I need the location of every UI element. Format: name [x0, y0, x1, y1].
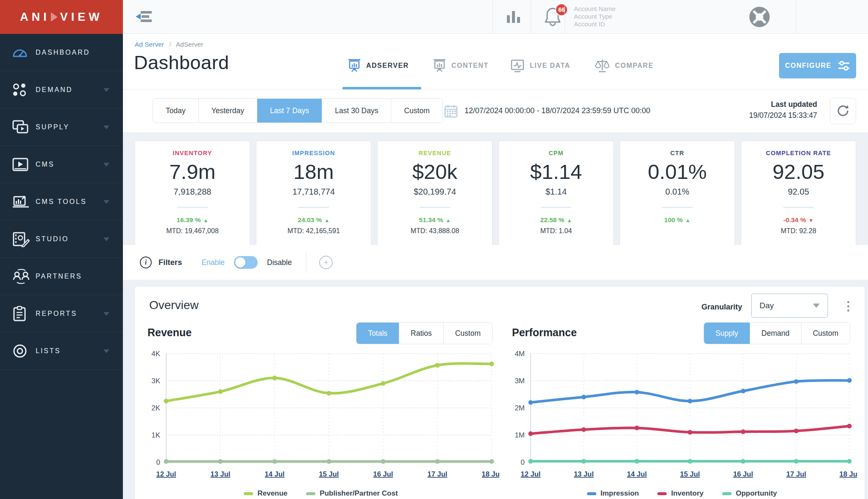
date-range-text[interactable]: 12/07/2024 00:00:00 - 18/07/2024 23:59:5… — [465, 106, 650, 115]
trend-up-icon: ▲ — [325, 217, 330, 223]
logo-text-pre: ANI — [20, 11, 50, 24]
topbar-divider — [796, 0, 796, 34]
svg-text:1M: 1M — [515, 431, 525, 439]
filters-bar: i Filters Enable Disable + — [123, 245, 868, 280]
kpi-subvalue: $20,199.74 — [378, 187, 492, 197]
board-chart-icon — [348, 59, 361, 73]
sidebar-item-cms[interactable]: CMS — [0, 146, 123, 183]
kpi-mtd: MTD: 42,165,591 — [256, 227, 371, 235]
svg-text:0: 0 — [156, 458, 160, 466]
preset-last-7-days[interactable]: Last 7 Days — [257, 99, 322, 123]
toggle-knob — [235, 257, 245, 268]
sidebar-item-studio[interactable]: STUDIO — [0, 220, 123, 258]
sidebar-nav: DASHBOARD DEMAND SUPPLY CMS CMS TOOLS ST — [0, 34, 123, 499]
breadcrumb-link[interactable]: Ad Server — [135, 41, 164, 48]
sidebar-item-cms-tools[interactable]: CMS TOOLS — [0, 183, 123, 220]
page-title: Dashboard — [134, 52, 229, 74]
granularity-select[interactable]: Day — [751, 293, 828, 318]
trend-up-icon: ▲ — [446, 217, 451, 223]
add-filter-button[interactable]: + — [319, 256, 333, 269]
svg-text:17 Jul: 17 Jul — [428, 470, 448, 478]
account-info[interactable]: Account Name Account Type Account ID — [574, 5, 615, 28]
legend-item[interactable]: Impression — [587, 489, 639, 498]
toggle-supply[interactable]: Supply — [704, 323, 750, 344]
kpi-divider — [298, 207, 329, 208]
monitor-pulse-icon — [510, 59, 525, 73]
toggle-custom[interactable]: Custom — [443, 323, 492, 344]
sidebar-item-partners[interactable]: PARTNERS — [0, 258, 123, 295]
filters-enable-label[interactable]: Enable — [202, 258, 225, 267]
tab-content[interactable]: CONTENT — [433, 59, 489, 73]
sidebar-item-reports[interactable]: REPORTS — [0, 295, 123, 332]
screens-icon — [12, 119, 36, 136]
sidebar-item-dashboard[interactable]: DASHBOARD — [0, 34, 123, 71]
kpi-mtd: MTD: 92.28 — [741, 227, 856, 235]
sidebar-item-supply[interactable]: SUPPLY — [0, 109, 123, 146]
chevron-down-icon — [103, 237, 109, 241]
svg-text:2K: 2K — [151, 404, 160, 412]
performance-line-chart[interactable]: 01M2M3M4M12 Jul13 Jul14 Jul15 Jul16 Jul1… — [507, 348, 857, 483]
tab-adserver[interactable]: ADSERVER — [348, 59, 409, 73]
configure-button[interactable]: CONFIGURE — [779, 53, 856, 78]
scales-icon — [595, 59, 610, 73]
chart-title: Revenue — [147, 326, 192, 339]
preset-today[interactable]: Today — [153, 99, 198, 123]
kpi-value: 92.05 — [741, 160, 856, 184]
help-lifering-icon[interactable] — [748, 6, 771, 30]
target-icon — [12, 343, 36, 360]
sidebar-item-lists[interactable]: LISTS — [0, 332, 123, 370]
clipboard-icon — [12, 305, 36, 322]
toggle-totals[interactable]: Totals — [356, 323, 399, 344]
info-icon: i — [140, 256, 152, 268]
performance-toggle-group: Supply Demand Custom — [704, 322, 850, 344]
sidebar-collapse-icon[interactable] — [136, 10, 153, 24]
notifications-bell-icon[interactable]: 66 — [543, 7, 562, 29]
kpi-change: 100 %▲ — [620, 216, 734, 224]
sidebar-item-demand[interactable]: DEMAND — [0, 71, 123, 109]
kpi-card-completion-rate: COMPLETION RATE 92.05 92.05 -0.34 %▼ MTD… — [741, 141, 856, 250]
date-range-bar: Today Yesterday Last 7 Days Last 30 Days… — [123, 89, 868, 132]
kpi-subvalue: 7,918,288 — [135, 187, 250, 197]
chart-legend: Revenue Publisher/Partner Cost — [142, 489, 499, 498]
svg-text:3K: 3K — [151, 377, 160, 385]
legend-item[interactable]: Revenue — [244, 489, 287, 498]
analytics-icon[interactable] — [505, 8, 522, 27]
topbar-divider — [492, 0, 493, 34]
filters-label: Filters — [159, 258, 182, 267]
calendar-icon[interactable] — [444, 104, 458, 118]
sidebar-item-label: CMS TOOLS — [36, 198, 87, 206]
breadcrumb-current: AdServer — [176, 41, 203, 48]
chart-title: Performance — [512, 326, 577, 339]
legend-marker — [722, 492, 732, 495]
toggle-custom[interactable]: Custom — [801, 323, 850, 344]
toggle-demand[interactable]: Demand — [750, 323, 801, 344]
overview-menu-kebab-icon[interactable] — [842, 297, 854, 315]
sidebar-item-label: CMS — [36, 161, 55, 168]
kpi-card-impression: IMPRESSION 18m 17,718,774 24.03 %▲ MTD: … — [256, 141, 371, 250]
legend-item[interactable]: Inventory — [657, 489, 704, 498]
kpi-change: 16.39 %▲ — [135, 216, 250, 224]
last-updated-label: Last updated — [749, 99, 817, 110]
tab-live-data[interactable]: LIVE DATA — [510, 59, 570, 73]
preset-custom[interactable]: Custom — [391, 99, 442, 123]
preset-yesterday[interactable]: Yesterday — [198, 99, 257, 123]
kpi-subvalue: 17,718,774 — [256, 187, 371, 197]
svg-text:14 Jul: 14 Jul — [265, 470, 285, 478]
filters-toggle[interactable] — [234, 256, 258, 269]
account-type: Account Type — [574, 13, 615, 20]
svg-text:18 Jul: 18 Jul — [482, 470, 499, 478]
kpi-card-ctr: CTR 0.01% 0.01% 100 %▲ — [620, 141, 735, 250]
kpi-title: COMPLETION RATE — [741, 150, 856, 156]
revenue-line-chart[interactable]: 01K2K3K4K12 Jul13 Jul14 Jul15 Jul16 Jul1… — [142, 348, 499, 483]
circles-icon — [12, 81, 36, 98]
legend-item[interactable]: Publisher/Partner Cost — [306, 489, 398, 498]
preset-last-30-days[interactable]: Last 30 Days — [322, 99, 391, 123]
toggle-ratios[interactable]: Ratios — [399, 323, 443, 344]
legend-item[interactable]: Opportunity — [722, 489, 777, 498]
filters-disable-label[interactable]: Disable — [267, 258, 292, 267]
kpi-title: REVENUE — [378, 150, 492, 156]
tab-compare[interactable]: COMPARE — [595, 59, 654, 73]
svg-text:3M: 3M — [515, 377, 525, 385]
revenue-chart-block: Revenue Totals Ratios Custom 01K2K3K4K12… — [142, 322, 499, 498]
refresh-button[interactable] — [830, 98, 856, 124]
